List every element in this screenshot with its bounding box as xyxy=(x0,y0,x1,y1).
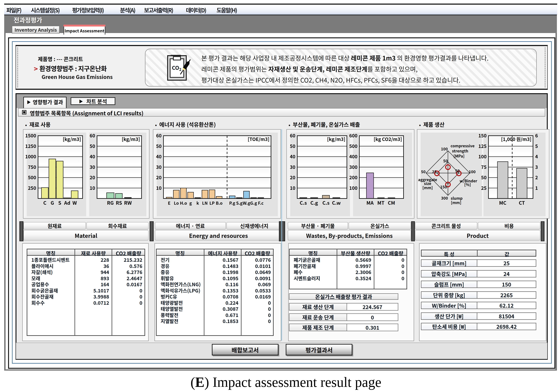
svg-text:60: 60 xyxy=(156,132,161,139)
svg-text:60: 60 xyxy=(290,132,295,139)
svg-text:MC: MC xyxy=(499,199,506,206)
svg-text:150: 150 xyxy=(440,184,447,190)
svg-text:600: 600 xyxy=(349,132,358,139)
svg-text:S.g: S.g xyxy=(236,200,243,206)
svg-text:1000: 1000 xyxy=(25,153,36,160)
svg-text:[%]: [%] xyxy=(464,182,471,187)
svg-text:[mm]: [mm] xyxy=(422,185,433,190)
svg-text:strength: strength xyxy=(452,148,468,153)
svg-text:RG: RG xyxy=(107,199,114,206)
svg-text:25: 25 xyxy=(432,169,437,174)
svg-text:MA: MA xyxy=(366,199,374,206)
svg-text:100: 100 xyxy=(349,184,358,191)
svg-text:250: 250 xyxy=(28,184,36,191)
svg-text:50: 50 xyxy=(455,168,460,173)
svg-text:[1,000 원/m3]: [1,000 원/m3] xyxy=(501,135,531,142)
svg-text:6: 6 xyxy=(535,132,538,139)
svg-text:C.w: C.w xyxy=(332,199,341,206)
svg-text:F.c: F.c xyxy=(258,200,264,206)
svg-text:[mm]: [mm] xyxy=(451,200,461,205)
svg-text:k: k xyxy=(197,200,199,206)
svg-text:Lo: Lo xyxy=(174,200,179,206)
svg-text:[MPa]: [MPa] xyxy=(453,153,465,159)
svg-text:10: 10 xyxy=(290,184,295,191)
svg-text:40: 40 xyxy=(90,153,95,160)
svg-text:RS: RS xyxy=(116,199,122,206)
svg-text:C.g: C.g xyxy=(310,199,318,206)
svg-text:2: 2 xyxy=(535,174,538,181)
svg-text:4: 4 xyxy=(535,153,538,160)
svg-text:60: 60 xyxy=(90,132,95,139)
svg-text:30: 30 xyxy=(290,163,295,170)
svg-text:100: 100 xyxy=(441,146,448,152)
svg-text:compressive: compressive xyxy=(450,143,474,148)
svg-text:750: 750 xyxy=(28,163,36,170)
svg-text:E: E xyxy=(168,200,170,206)
svg-text:30: 30 xyxy=(90,163,95,170)
svg-text:RW: RW xyxy=(124,199,132,206)
svg-text:W: W xyxy=(72,199,77,206)
svg-text:Ad: Ad xyxy=(64,199,70,206)
svg-text:MT: MT xyxy=(377,199,384,206)
svg-text:S: S xyxy=(58,199,61,206)
svg-text:3: 3 xyxy=(535,163,538,170)
svg-text:40: 40 xyxy=(290,153,295,160)
svg-text:50: 50 xyxy=(90,143,95,149)
svg-text:[kg CO2/m3]: [kg CO2/m3] xyxy=(374,135,402,142)
svg-text:C.s: C.s xyxy=(300,199,307,206)
svg-text:20: 20 xyxy=(156,174,161,181)
svg-text:1: 1 xyxy=(535,184,538,191)
svg-text:50: 50 xyxy=(290,143,295,149)
svg-text:[kg/m3]: [kg/m3] xyxy=(122,135,140,142)
svg-text:CT: CT xyxy=(519,199,525,206)
svg-text:40: 40 xyxy=(156,153,161,160)
svg-text:500: 500 xyxy=(349,143,358,149)
svg-text:LP: LP xyxy=(209,200,215,206)
svg-text:LN: LN xyxy=(202,200,208,206)
svg-text:10: 10 xyxy=(90,184,95,191)
svg-text:H.o: H.o xyxy=(180,200,187,206)
svg-text:[TOE/m3]: [TOE/m3] xyxy=(248,135,270,142)
svg-text:50: 50 xyxy=(156,143,161,149)
svg-text:100: 100 xyxy=(469,169,476,174)
svg-text:1250: 1250 xyxy=(25,143,36,149)
svg-text:10: 10 xyxy=(156,184,161,191)
svg-text:g: g xyxy=(189,200,192,206)
svg-text:P.g: P.g xyxy=(229,200,235,206)
svg-text:300: 300 xyxy=(441,195,448,201)
svg-text:50: 50 xyxy=(421,169,426,174)
svg-text:C.s: C.s xyxy=(322,199,330,206)
svg-text:5: 5 xyxy=(535,143,538,149)
svg-text:200: 200 xyxy=(349,174,358,181)
svg-text:G.g: G.g xyxy=(250,200,257,206)
svg-text:50: 50 xyxy=(443,158,448,163)
svg-text:300: 300 xyxy=(349,163,358,170)
svg-text:500: 500 xyxy=(28,174,36,181)
svg-text:20: 20 xyxy=(90,174,95,181)
svg-text:B.o: B.o xyxy=(216,200,223,206)
svg-text:G: G xyxy=(50,199,54,206)
svg-text:20: 20 xyxy=(290,174,295,181)
svg-text:C: C xyxy=(43,199,46,206)
svg-text:30: 30 xyxy=(156,163,161,170)
svg-text:400: 400 xyxy=(349,153,358,160)
svg-text:W.g: W.g xyxy=(243,200,250,206)
svg-text:1500: 1500 xyxy=(25,132,36,139)
svg-text:CM: CM xyxy=(388,199,395,206)
